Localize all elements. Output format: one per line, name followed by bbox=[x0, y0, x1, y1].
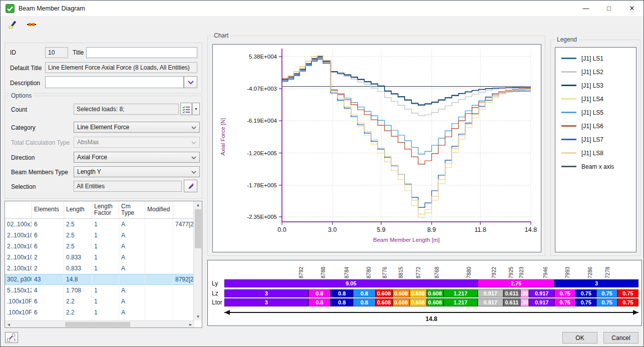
column-header[interactable]: Cm Type bbox=[119, 201, 145, 218]
table-cell bbox=[173, 230, 194, 241]
category-combobox[interactable]: Line Element Force bbox=[74, 122, 200, 133]
legend-item-label: [J1] LS5 bbox=[581, 109, 603, 116]
bar-segment: 0.608 bbox=[427, 298, 444, 306]
legend-swatch bbox=[561, 166, 576, 167]
title-field[interactable] bbox=[86, 47, 197, 58]
default-title-label: Default Title bbox=[10, 65, 42, 72]
table-cell: 0.833 bbox=[64, 263, 92, 274]
series--j1-ls8 bbox=[282, 56, 531, 214]
column-header[interactable]: Length bbox=[64, 201, 92, 218]
table-cell: 1 bbox=[92, 252, 119, 263]
table-row[interactable]: 2..100x10(20.8331A bbox=[5, 252, 194, 263]
table-cell: A bbox=[119, 230, 145, 241]
column-header[interactable]: Modified bbox=[145, 201, 173, 218]
table-row[interactable]: 2..100x10(62.51A bbox=[5, 230, 194, 241]
chart-text: -4.07E+003 bbox=[247, 86, 277, 92]
table-cell bbox=[145, 263, 173, 274]
column-header[interactable]: Length Factor bbox=[92, 201, 119, 218]
legend-swatch bbox=[561, 71, 576, 73]
legend-item: [J1] LS6 bbox=[555, 119, 636, 133]
count-field[interactable] bbox=[74, 104, 179, 115]
series--j1-ls7 bbox=[282, 60, 531, 207]
chart-text: -6.19E+004 bbox=[247, 118, 277, 124]
chart-group: Chart 5.38E+004-4.07E+003-6.19E+004-1.20… bbox=[207, 36, 545, 256]
table-cell bbox=[173, 263, 194, 274]
vertical-scrollbar[interactable]: ▲ ▼ bbox=[193, 201, 202, 320]
table-cell: A bbox=[119, 263, 145, 274]
members-table: ElementsLengthLength FactorCm TypeModifi… bbox=[5, 201, 202, 328]
scroll-left-arrow[interactable]: ◄ bbox=[5, 321, 13, 328]
table-row[interactable]: 5..150x12(41.7081A bbox=[5, 285, 194, 296]
table-row[interactable]: 2..100x10(20.8331A bbox=[5, 263, 194, 274]
total-calc-type-label: Total Calculation Type bbox=[11, 139, 70, 146]
minimize-button[interactable]: — bbox=[574, 1, 597, 16]
chart-text: 0.0 bbox=[277, 226, 286, 233]
legend-swatch bbox=[561, 125, 576, 127]
legend-swatch bbox=[561, 85, 576, 86]
close-button[interactable]: ✕ bbox=[620, 1, 643, 16]
column-header[interactable] bbox=[5, 201, 32, 218]
table-row-selected[interactable]: 302, p300.4314.88792[2 bbox=[5, 274, 194, 285]
bar-segment: 0.608 bbox=[393, 289, 410, 297]
table-cell: 4 bbox=[32, 285, 64, 296]
legend-swatch bbox=[561, 98, 576, 100]
maximize-button[interactable]: □ bbox=[597, 1, 620, 16]
column-header[interactable]: Elements bbox=[32, 201, 64, 218]
legend-group-label: Legend bbox=[555, 36, 579, 43]
default-title-field[interactable] bbox=[45, 62, 197, 73]
legend-item-label: [J1] LS6 bbox=[581, 123, 603, 130]
horizontal-scroll-thumb[interactable] bbox=[65, 322, 130, 327]
beam-members-type-combobox[interactable]: Length Y bbox=[74, 166, 200, 177]
table-row[interactable]: 02..100x10(62.51A7477[2 bbox=[5, 219, 194, 230]
table-row[interactable]: 2..100x10(62.51A bbox=[5, 241, 194, 252]
description-dropdown-button[interactable] bbox=[184, 76, 197, 88]
bar-segment: 1.217 bbox=[444, 298, 478, 306]
id-field[interactable] bbox=[45, 47, 68, 58]
load-checklist-button[interactable] bbox=[180, 103, 192, 115]
legend-item: [J1] LS8 bbox=[555, 146, 636, 160]
vertical-scroll-thumb[interactable] bbox=[195, 209, 201, 248]
scroll-up-arrow[interactable]: ▲ bbox=[194, 201, 202, 209]
table-cell: A bbox=[119, 241, 145, 252]
element-id: 7278 bbox=[604, 266, 610, 278]
member-line-icon: L bbox=[7, 333, 17, 342]
chart-text: -2.35E+005 bbox=[247, 214, 277, 220]
selection-field[interactable] bbox=[74, 181, 182, 192]
table-cell bbox=[173, 296, 194, 307]
legend-swatch bbox=[561, 139, 576, 140]
line-style-button[interactable] bbox=[25, 18, 39, 31]
count-label: Count bbox=[11, 106, 27, 113]
direction-label: Direction bbox=[11, 154, 35, 161]
table-cell: A bbox=[119, 307, 145, 318]
table-cell: 2..100x10( bbox=[5, 241, 32, 252]
scroll-right-arrow[interactable]: ► bbox=[187, 321, 194, 328]
ok-button[interactable]: OK bbox=[562, 332, 597, 343]
direction-combobox[interactable]: Axial Force bbox=[74, 152, 200, 163]
bar-segment: 0.8 bbox=[331, 298, 353, 306]
series--j1-ls6 bbox=[282, 58, 531, 164]
legend-group: Legend [J1] LS1[J1] LS2[J1] LS3[J1] LS4[… bbox=[550, 40, 640, 256]
column-header[interactable] bbox=[173, 201, 194, 218]
selection-edit-button[interactable] bbox=[184, 180, 197, 192]
member-line-button[interactable]: L bbox=[5, 332, 18, 343]
chart-group-label: Chart bbox=[212, 32, 230, 39]
legend-item-label: [J1] LS8 bbox=[581, 150, 603, 157]
cancel-button[interactable]: Cancel bbox=[603, 332, 638, 343]
style-brush-button[interactable] bbox=[6, 18, 20, 31]
table-cell: 5..150x12( bbox=[5, 285, 32, 296]
count-dropdown-button[interactable]: ▼ bbox=[192, 103, 200, 115]
bar-segment: 0.608 bbox=[410, 298, 427, 306]
bar-segment: 1.217 bbox=[444, 289, 478, 297]
bar-segment: 0.917 bbox=[529, 298, 554, 306]
legend-item: [J1] LS1 bbox=[555, 52, 636, 65]
table-row[interactable]: .100x10FE62.21A bbox=[5, 307, 194, 318]
element-id: 7946 bbox=[542, 266, 548, 278]
horizontal-scrollbar[interactable]: ◄ ► bbox=[5, 320, 194, 328]
description-field[interactable] bbox=[45, 76, 184, 88]
beam-member-diagram-window: Beam Member Diagram — □ ✕ ID Title bbox=[0, 0, 644, 347]
table-cell: 1 bbox=[92, 241, 119, 252]
scroll-down-arrow[interactable]: ▼ bbox=[194, 313, 202, 320]
table-cell: A bbox=[119, 285, 145, 296]
table-row[interactable]: .100x10FE62.21A bbox=[5, 296, 194, 307]
table-cell bbox=[173, 252, 194, 263]
